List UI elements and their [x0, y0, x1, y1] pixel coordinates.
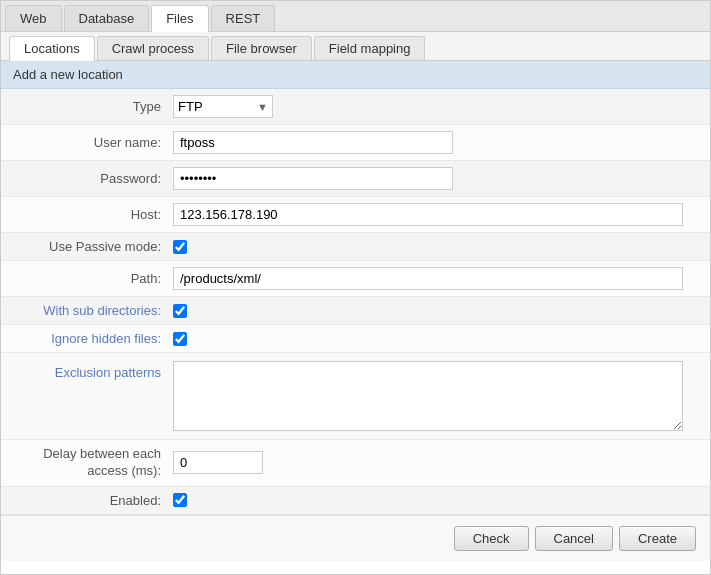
- exclusion-row: Exclusion patterns: [1, 353, 710, 440]
- select-arrow-icon: ▼: [253, 101, 272, 113]
- subdirs-row: With sub directories:: [1, 297, 710, 325]
- password-row: Password:: [1, 161, 710, 197]
- type-select[interactable]: FTP SFTP Local HTTP: [174, 96, 253, 117]
- path-input[interactable]: [173, 267, 683, 290]
- type-select-wrapper[interactable]: FTP SFTP Local HTTP ▼: [173, 95, 273, 118]
- host-row: Host:: [1, 197, 710, 233]
- type-label: Type: [13, 99, 173, 114]
- tab-files[interactable]: Files: [151, 5, 208, 32]
- content-area: Add a new location Type FTP SFTP Local H…: [1, 61, 710, 561]
- delay-row: Delay between each access (ms):: [1, 440, 710, 487]
- subdirs-checkbox[interactable]: [173, 304, 187, 318]
- create-button[interactable]: Create: [619, 526, 696, 551]
- main-window: Web Database Files REST Locations Crawl …: [0, 0, 711, 575]
- hidden-label: Ignore hidden files:: [13, 331, 173, 346]
- enabled-label: Enabled:: [13, 493, 173, 508]
- footer: Check Cancel Create: [1, 515, 710, 561]
- top-tab-bar: Web Database Files REST: [1, 1, 710, 32]
- password-input[interactable]: [173, 167, 453, 190]
- tab-locations[interactable]: Locations: [9, 36, 95, 61]
- passive-row: Use Passive mode:: [1, 233, 710, 261]
- passive-label: Use Passive mode:: [13, 239, 173, 254]
- tab-crawl-process[interactable]: Crawl process: [97, 36, 209, 60]
- passive-checkbox[interactable]: [173, 240, 187, 254]
- host-label: Host:: [13, 207, 173, 222]
- username-label: User name:: [13, 135, 173, 150]
- type-row: Type FTP SFTP Local HTTP ▼: [1, 89, 710, 125]
- path-row: Path:: [1, 261, 710, 297]
- username-row: User name:: [1, 125, 710, 161]
- hidden-checkbox[interactable]: [173, 332, 187, 346]
- check-button[interactable]: Check: [454, 526, 529, 551]
- password-label: Password:: [13, 171, 173, 186]
- form-body: Type FTP SFTP Local HTTP ▼ User name:: [1, 89, 710, 515]
- hidden-row: Ignore hidden files:: [1, 325, 710, 353]
- username-input[interactable]: [173, 131, 453, 154]
- tab-database[interactable]: Database: [64, 5, 150, 31]
- tab-file-browser[interactable]: File browser: [211, 36, 312, 60]
- tab-field-mapping[interactable]: Field mapping: [314, 36, 426, 60]
- enabled-checkbox[interactable]: [173, 493, 187, 507]
- subdirs-label: With sub directories:: [13, 303, 173, 318]
- path-label: Path:: [13, 271, 173, 286]
- exclusion-textarea[interactable]: [173, 361, 683, 431]
- enabled-row: Enabled:: [1, 487, 710, 515]
- tab-rest[interactable]: REST: [211, 5, 276, 31]
- exclusion-label: Exclusion patterns: [13, 361, 173, 380]
- tab-web[interactable]: Web: [5, 5, 62, 31]
- cancel-button[interactable]: Cancel: [535, 526, 613, 551]
- delay-label: Delay between each access (ms):: [13, 446, 173, 480]
- inner-tab-bar: Locations Crawl process File browser Fie…: [1, 32, 710, 61]
- delay-input[interactable]: [173, 451, 263, 474]
- section-header: Add a new location: [1, 61, 710, 89]
- host-input[interactable]: [173, 203, 683, 226]
